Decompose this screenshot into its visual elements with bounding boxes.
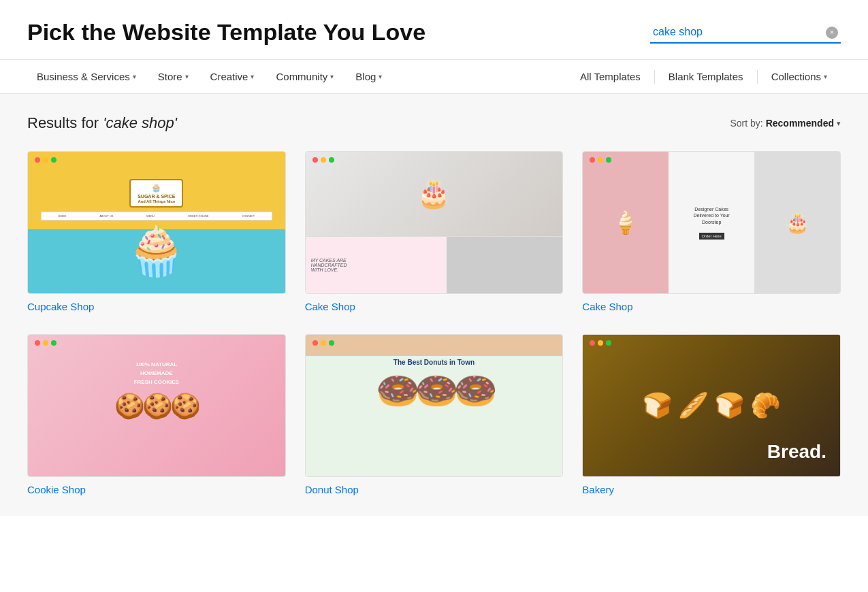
cake-top: 🎂 (306, 152, 563, 237)
chevron-down-icon: ▾ (824, 73, 827, 80)
sort-by-control[interactable]: Sort by: Recommended ▾ (730, 118, 841, 129)
donut-items: 🍩🍩🍩 (376, 370, 492, 412)
dot-yellow (43, 157, 48, 163)
dot-red (35, 157, 40, 163)
thumbnail-bakery: 🍞 🥖 🍞 🥐 Bread. (582, 334, 841, 477)
window-dots (590, 157, 611, 163)
dot-green (329, 340, 334, 346)
thumbnail-donut: The Best Donuts in Town 🍩🍩🍩 (305, 334, 564, 477)
chevron-down-icon: ▾ (379, 73, 382, 80)
bread-item: 🥐 (750, 391, 781, 420)
dot-red (312, 157, 318, 163)
template-card-cake2[interactable]: 🍦 Designer CakesDelivered to YourDoorste… (582, 151, 841, 312)
nav-item-business-label: Business & Services (37, 71, 130, 82)
template-card-bakery[interactable]: 🍞 🥖 🍞 🥐 Bread. Bakery (582, 334, 841, 495)
template-card-cookie[interactable]: 100% NATURALHOMEMADEFRESH COOKIES 🍪🍪🍪 Co… (27, 334, 286, 495)
window-dots (35, 340, 57, 346)
bread-item: 🥖 (678, 391, 709, 420)
nav-strip: HOMEABOUT USMENUORDER ONLINECONTACT (41, 212, 272, 220)
template-name-cupcake[interactable]: Cupcake Shop (27, 301, 286, 312)
nav-item-community[interactable]: Community ▾ (266, 60, 343, 93)
template-name-bakery[interactable]: Bakery (582, 484, 841, 495)
window-dots (312, 157, 334, 163)
window-dots (590, 340, 611, 346)
nav-item-creative-label: Creative (210, 71, 248, 82)
logo-badge: SUGAR & SPICEAnd All Things Nice (129, 179, 183, 208)
nav-all-templates-label: All Templates (580, 71, 641, 82)
template-card-cupcake[interactable]: SUGAR & SPICEAnd All Things Nice HOMEABO… (27, 151, 286, 312)
nav-item-business[interactable]: Business & Services ▾ (27, 60, 146, 93)
results-header: Results for 'cake shop' Sort by: Recomme… (27, 114, 841, 132)
chevron-down-icon: ▾ (330, 73, 334, 80)
dot-green (329, 157, 334, 163)
bread-text: Bread. (767, 441, 826, 463)
header: Pick the Website Template You Love × (0, 0, 868, 59)
dot-red (590, 157, 595, 163)
thumbnail-cupcake: SUGAR & SPICEAnd All Things Nice HOMEABO… (27, 151, 286, 294)
bread-item: 🍞 (714, 391, 745, 420)
cookie-text: 100% NATURALHOMEMADEFRESH COOKIES (129, 355, 184, 392)
template-name-cake2[interactable]: Cake Shop (582, 301, 841, 312)
dot-yellow (598, 340, 603, 346)
cake-text-block: MY CAKES AREHANDCRAFTEDWITH LOVE. (306, 237, 447, 293)
results-title: Results for 'cake shop' (27, 114, 177, 132)
sort-by-label: Sort by: (730, 118, 762, 129)
dot-yellow (598, 157, 603, 163)
dot-red (312, 340, 318, 346)
chevron-down-icon: ▾ (185, 73, 189, 80)
hanna-col1: 🍦 (583, 152, 669, 293)
hanna-col3: 🎂 (754, 152, 840, 293)
chevron-down-icon: ▾ (251, 73, 254, 80)
nav-item-blog-label: Blog (355, 71, 376, 82)
cookie-items: 🍪🍪🍪 (114, 392, 198, 421)
chevron-down-icon: ▾ (837, 119, 841, 128)
cake-bottom: MY CAKES AREHANDCRAFTEDWITH LOVE. (306, 237, 563, 293)
template-card-donut[interactable]: The Best Donuts in Town 🍩🍩🍩 Donut Shop (305, 334, 564, 495)
delivery-text: Designer CakesDelivered to YourDoorstepO… (693, 206, 729, 240)
nav-right: All Templates Blank Templates Collection… (566, 60, 841, 93)
nav-item-store[interactable]: Store ▾ (148, 60, 198, 93)
nav-left: Business & Services ▾ Store ▾ Creative ▾… (27, 60, 566, 93)
dot-red (590, 340, 595, 346)
results-query: 'cake shop' (103, 114, 177, 131)
dot-green (51, 340, 57, 346)
window-dots (312, 340, 334, 346)
bread-item: 🍞 (642, 391, 673, 420)
nav-item-blog[interactable]: Blog ▾ (346, 60, 391, 93)
preview-bakery: 🍞 🥖 🍞 🥐 Bread. (583, 335, 840, 476)
template-grid: SUGAR & SPICEAnd All Things Nice HOMEABO… (27, 151, 841, 495)
nav-collections[interactable]: Collections ▾ (758, 60, 841, 93)
chevron-down-icon: ▾ (133, 73, 136, 80)
dot-yellow (321, 157, 326, 163)
preview-cake: 🎂 MY CAKES AREHANDCRAFTEDWITH LOVE. (306, 152, 563, 293)
template-name-donut[interactable]: Donut Shop (305, 484, 564, 495)
main-content: Results for 'cake shop' Sort by: Recomme… (0, 94, 868, 516)
template-card-cake1[interactable]: 🎂 MY CAKES AREHANDCRAFTEDWITH LOVE. Cake… (305, 151, 564, 312)
cupcake-image: 🧁 (127, 227, 186, 275)
dot-green (51, 157, 57, 163)
search-input[interactable] (650, 22, 841, 44)
dot-yellow (321, 340, 326, 346)
preview-hanna: 🍦 Designer CakesDelivered to YourDoorste… (583, 152, 840, 293)
window-dots (35, 157, 57, 163)
nav-bar: Business & Services ▾ Store ▾ Creative ▾… (0, 59, 868, 94)
nav-blank-templates[interactable]: Blank Templates (655, 60, 757, 93)
page-title: Pick the Website Template You Love (27, 19, 425, 46)
dot-yellow (43, 340, 48, 346)
search-wrapper: × (650, 22, 841, 44)
dot-green (606, 340, 611, 346)
cake-img-block (447, 237, 562, 293)
nav-all-templates[interactable]: All Templates (566, 60, 654, 93)
template-name-cake1[interactable]: Cake Shop (305, 301, 564, 312)
nav-item-store-label: Store (158, 71, 182, 82)
dot-red (35, 340, 40, 346)
preview-cupcake: SUGAR & SPICEAnd All Things Nice HOMEABO… (28, 152, 285, 293)
thumbnail-cookie: 100% NATURALHOMEMADEFRESH COOKIES 🍪🍪🍪 (27, 334, 286, 477)
nav-item-creative[interactable]: Creative ▾ (201, 60, 264, 93)
sort-by-value: Recommended (766, 118, 834, 129)
preview-donut: The Best Donuts in Town 🍩🍩🍩 (306, 335, 563, 476)
template-name-cookie[interactable]: Cookie Shop (27, 484, 286, 495)
nav-blank-templates-label: Blank Templates (669, 71, 743, 82)
search-clear-button[interactable]: × (826, 27, 838, 39)
thumbnail-cake1: 🎂 MY CAKES AREHANDCRAFTEDWITH LOVE. (305, 151, 564, 294)
